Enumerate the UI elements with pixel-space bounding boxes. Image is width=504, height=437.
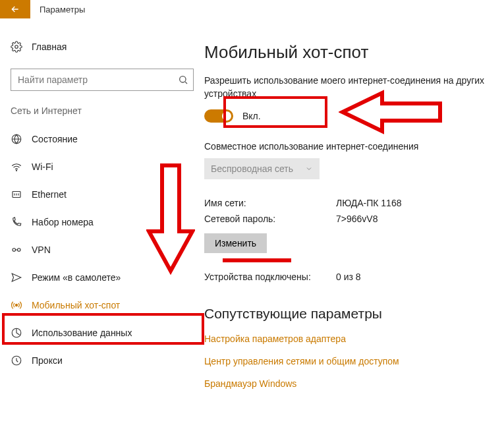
share-from-dropdown[interactable]: Беспроводная сеть [204, 158, 320, 179]
content-pane: Мобильный хот-спот Разрешить использован… [204, 18, 504, 437]
sidebar-section-header: Сеть и Интернет [7, 103, 198, 125]
sidebar-home-label: Главная [32, 42, 67, 52]
chevron-down-icon [305, 165, 313, 173]
share-from-label: Совместное использование интернет-соедин… [204, 141, 491, 152]
link-adapter-settings[interactable]: Настройка параметров адаптера [204, 334, 491, 344]
share-toggle[interactable] [204, 109, 233, 123]
sidebar-item-label: Прокси [32, 355, 63, 366]
window-title: Параметры [40, 5, 85, 15]
sidebar-item-hotspot[interactable]: Мобильный хот-спот [7, 291, 198, 319]
share-description: Разрешить использование моего интернет-с… [204, 74, 491, 100]
vpn-icon [11, 244, 22, 256]
related-settings-heading: Сопутствующие параметры [204, 306, 491, 322]
link-windows-firewall[interactable]: Брандмауэр Windows [204, 378, 491, 389]
wifi-icon [11, 161, 22, 173]
sidebar-item-label: Режим «в самолете» [32, 272, 121, 283]
airplane-icon [11, 272, 22, 283]
sidebar-item-label: Wi-Fi [32, 161, 53, 172]
search-input[interactable] [11, 69, 194, 91]
sidebar: Главная Сеть и Интернет Состояние Wi-Fi … [0, 18, 204, 437]
svg-point-6 [18, 248, 21, 252]
network-name-label: Имя сети: [204, 198, 336, 208]
arrow-left-icon [10, 4, 20, 15]
network-name-value: ЛЮДА-ПК 1168 [336, 198, 401, 208]
sidebar-item-status[interactable]: Состояние [7, 125, 198, 153]
sidebar-item-datausage[interactable]: Использование данных [7, 319, 198, 347]
proxy-icon [11, 355, 22, 366]
sidebar-item-wifi[interactable]: Wi-Fi [7, 153, 198, 181]
svg-point-1 [180, 76, 186, 82]
share-from-value: Беспроводная сеть [211, 163, 293, 174]
share-toggle-label: Вкл. [242, 111, 261, 121]
search-icon [178, 74, 188, 85]
sidebar-item-vpn[interactable]: VPN [7, 236, 198, 264]
ethernet-icon [11, 189, 22, 200]
network-password-label: Сетевой пароль: [204, 214, 336, 224]
sidebar-home[interactable]: Главная [7, 34, 198, 59]
sidebar-item-label: Набор номера [32, 217, 94, 227]
link-network-center[interactable]: Центр управления сетями и общим доступом [204, 356, 491, 366]
gear-icon [11, 41, 22, 53]
sidebar-item-proxy[interactable]: Прокси [7, 347, 198, 374]
page-title: Мобильный хот-спот [204, 42, 491, 63]
sidebar-item-airplane[interactable]: Режим «в самолете» [7, 264, 198, 291]
sidebar-item-label: VPN [32, 245, 51, 255]
sidebar-item-label: Состояние [32, 134, 78, 144]
data-usage-icon [11, 327, 22, 339]
sidebar-item-label: Использование данных [32, 328, 132, 338]
devices-label: Устройства подключены: [204, 272, 336, 282]
svg-point-3 [16, 170, 16, 171]
devices-value: 0 из 8 [336, 272, 361, 282]
phone-icon [11, 216, 22, 228]
back-button[interactable] [0, 0, 30, 18]
edit-button[interactable]: Изменить [204, 233, 267, 253]
svg-point-0 [15, 45, 18, 49]
svg-point-7 [16, 305, 18, 306]
sidebar-item-dialup[interactable]: Набор номера [7, 208, 198, 236]
sidebar-item-label: Мобильный хот-спот [32, 300, 120, 310]
svg-point-5 [13, 248, 16, 252]
globe-icon [11, 133, 22, 145]
hotspot-icon [11, 299, 22, 311]
sidebar-item-ethernet[interactable]: Ethernet [7, 181, 198, 208]
sidebar-item-label: Ethernet [32, 189, 67, 200]
network-password-value: 7>966vV8 [336, 214, 378, 224]
